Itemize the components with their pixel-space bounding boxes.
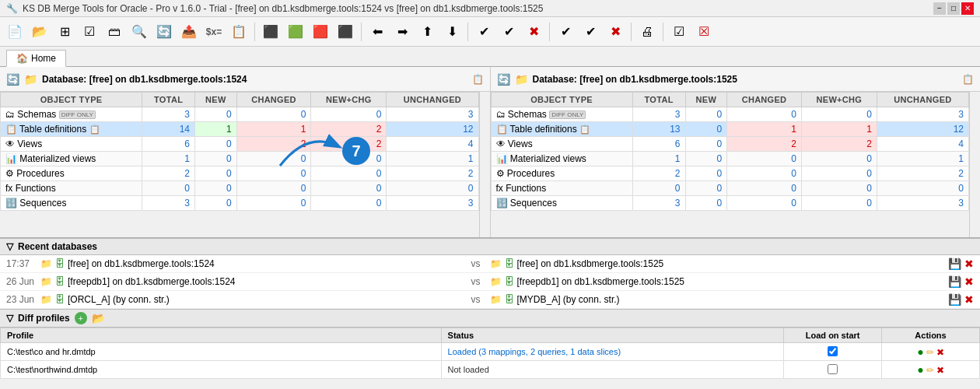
recent-remove-btn[interactable]: ✖ xyxy=(964,293,974,306)
db-copy-right[interactable]: 📋 xyxy=(962,74,974,85)
cell-unchanged: 4 xyxy=(387,137,478,152)
arrow-right-btn[interactable]: ➡ xyxy=(390,20,414,44)
table-row[interactable]: 👁 Views 6 0 2 2 4 xyxy=(491,137,969,152)
separator-5 xyxy=(631,23,632,41)
arrow-left-btn[interactable]: ⬅ xyxy=(366,20,389,44)
db-header-left: 🔄 📁 Database: [free] on db1.ksdbmerge.to… xyxy=(0,67,490,92)
scrollbar-left[interactable] xyxy=(479,92,490,237)
table-row[interactable]: 🔢 Sequences 3 0 0 0 3 xyxy=(1,196,479,211)
recent-time: 26 Jun xyxy=(6,276,37,287)
grid-button[interactable]: ⊞ xyxy=(53,20,76,44)
db-table-left-scroll[interactable]: OBJECT TYPE TOTAL NEW CHANGED NEW+CHG UN… xyxy=(0,92,479,237)
table-row[interactable]: 🔢 Sequences 3 0 0 0 3 xyxy=(491,196,969,211)
cell-newchg: 0 xyxy=(801,166,877,181)
table-row[interactable]: 📊 Materialized views 1 0 0 0 1 xyxy=(491,152,969,166)
open-button[interactable]: 📂 xyxy=(28,20,51,44)
recent-remove-btn[interactable]: ✖ xyxy=(964,258,974,270)
new-button[interactable]: 📄 xyxy=(3,20,26,44)
cell-new: 0 xyxy=(195,152,237,166)
add-profile-button[interactable]: + xyxy=(75,312,87,324)
folder-icon-recent-r: 📁 xyxy=(490,258,502,269)
minimize-button[interactable]: − xyxy=(933,2,946,15)
table-row[interactable]: fx Functions 0 0 0 0 0 xyxy=(491,181,969,196)
table-button[interactable]: 🗃 xyxy=(103,20,126,44)
check-x-btn[interactable]: ✖ xyxy=(522,20,545,44)
profile-load-on-start[interactable] xyxy=(784,343,882,361)
table-row[interactable]: fx Functions 0 0 0 0 0 xyxy=(1,181,479,196)
nav-btn-1[interactable]: ⬛ xyxy=(259,20,282,44)
select-button[interactable]: ☑ xyxy=(78,20,101,44)
db-refresh-left[interactable]: 🔄 xyxy=(6,73,19,86)
uncheck-btn[interactable]: ☒ xyxy=(692,20,716,44)
refresh-button[interactable]: 🔄 xyxy=(152,20,176,44)
recent-remove-btn[interactable]: ✖ xyxy=(964,275,974,288)
profile-remove-btn[interactable]: ✖ xyxy=(936,347,944,358)
cell-total: 2 xyxy=(142,166,195,181)
diff-profile-row: C:\test\northwind.dmtdp Not loaded ● ✏ ✖ xyxy=(1,361,980,379)
action-btn-2[interactable]: ✔ xyxy=(579,20,602,44)
nav-btn-3[interactable]: 🟥 xyxy=(309,20,332,44)
profile-path: C:\test\co and hr.dmtdp xyxy=(1,343,442,361)
recent-save-btn[interactable]: 💾 xyxy=(948,293,961,306)
table-row[interactable]: ⚙ Procedures 2 0 0 0 2 xyxy=(1,166,479,181)
cell-newchg: 0 xyxy=(311,166,387,181)
table-row[interactable]: 🗂 Schemas DIFF ONLY 3 0 0 0 3 xyxy=(491,107,969,122)
col-unchanged: UNCHANGED xyxy=(387,93,478,107)
action-btn-1[interactable]: ✔ xyxy=(554,20,577,44)
cell-changed: 0 xyxy=(236,107,311,122)
tab-home[interactable]: 🏠 Home xyxy=(6,50,66,67)
col-new-r: NEW xyxy=(685,93,727,107)
col-profile: Profile xyxy=(1,328,442,343)
recent-left: 26 Jun 📁 🗄 [freepdb1] on db1.ksdbmerge.t… xyxy=(6,276,462,287)
recent-left: 17:37 📁 🗄 [free] on db1.ksdbmerge.tools:… xyxy=(6,258,462,269)
table-row[interactable]: 📊 Materialized views 1 0 0 0 1 xyxy=(1,152,479,166)
cell-type: 📋 Table definitions 📋 xyxy=(1,122,142,137)
recent-db-item: 23 Jun 📁 🗄 [ORCL_A] (by conn. str.) vs 📁… xyxy=(0,291,980,309)
load-checkbox[interactable] xyxy=(828,364,838,374)
cell-newchg: 0 xyxy=(311,196,387,211)
search-button[interactable]: 🔍 xyxy=(128,20,151,44)
cell-total: 13 xyxy=(632,122,685,137)
report-button[interactable]: 📋 xyxy=(227,20,250,44)
db-table-right-scroll[interactable]: OBJECT TYPE TOTAL NEW CHANGED NEW+CHG UN… xyxy=(491,92,970,237)
check-all-btn[interactable]: ☑ xyxy=(667,20,691,44)
cell-total: 1 xyxy=(632,152,685,166)
close-button[interactable]: ✕ xyxy=(961,2,974,15)
collapse-icon-diff[interactable]: ▽ xyxy=(6,313,13,324)
table-row[interactable]: 📋 Table definitions 📋 14 1 1 2 12 xyxy=(1,122,479,137)
col-status: Status xyxy=(441,328,784,343)
recent-save-btn[interactable]: 💾 xyxy=(948,258,961,270)
action-x-btn[interactable]: ✖ xyxy=(604,20,627,44)
profile-edit-btn[interactable]: ✏ xyxy=(926,365,934,376)
scrollbar-right[interactable] xyxy=(969,92,980,237)
recent-save-btn[interactable]: 💾 xyxy=(948,275,961,288)
table-row[interactable]: 👁 Views 6 0 2 2 4 xyxy=(1,137,479,152)
db-copy-left[interactable]: 📋 xyxy=(472,74,484,85)
script-button[interactable]: $x= xyxy=(202,20,226,44)
profile-load-on-start[interactable] xyxy=(784,361,882,379)
load-checkbox[interactable] xyxy=(828,346,838,356)
import-profile-button[interactable]: 📂 xyxy=(92,312,105,324)
table-row[interactable]: 🗂 Schemas DIFF ONLY 3 0 0 0 3 xyxy=(1,107,479,122)
table-row[interactable]: ⚙ Procedures 2 0 0 0 2 xyxy=(491,166,969,181)
cell-total: 0 xyxy=(632,181,685,196)
arrow-up-btn[interactable]: ⬆ xyxy=(415,20,439,44)
check-btn-1[interactable]: ✔ xyxy=(472,20,495,44)
db-table-right: OBJECT TYPE TOTAL NEW CHANGED NEW+CHG UN… xyxy=(491,92,970,211)
profile-remove-btn[interactable]: ✖ xyxy=(936,365,944,376)
table-row[interactable]: 📋 Table definitions 📋 13 0 1 1 12 xyxy=(491,122,969,137)
profile-edit-btn[interactable]: ✏ xyxy=(926,347,934,358)
cell-type: fx Functions xyxy=(491,181,632,196)
db-refresh-right[interactable]: 🔄 xyxy=(497,73,510,86)
arrow-down-btn[interactable]: ⬇ xyxy=(440,20,464,44)
col-total-r: TOTAL xyxy=(632,93,685,107)
nav-btn-4[interactable]: ⬛ xyxy=(334,20,357,44)
nav-btn-2[interactable]: 🟩 xyxy=(284,20,307,44)
print-btn[interactable]: 🖨 xyxy=(635,20,659,44)
maximize-button[interactable]: □ xyxy=(947,2,960,15)
check-btn-2[interactable]: ✔ xyxy=(497,20,520,44)
cell-new: 0 xyxy=(685,166,727,181)
recent-time: 23 Jun xyxy=(6,294,37,305)
export-button[interactable]: 📤 xyxy=(177,20,201,44)
collapse-icon-recent[interactable]: ▽ xyxy=(6,241,13,252)
